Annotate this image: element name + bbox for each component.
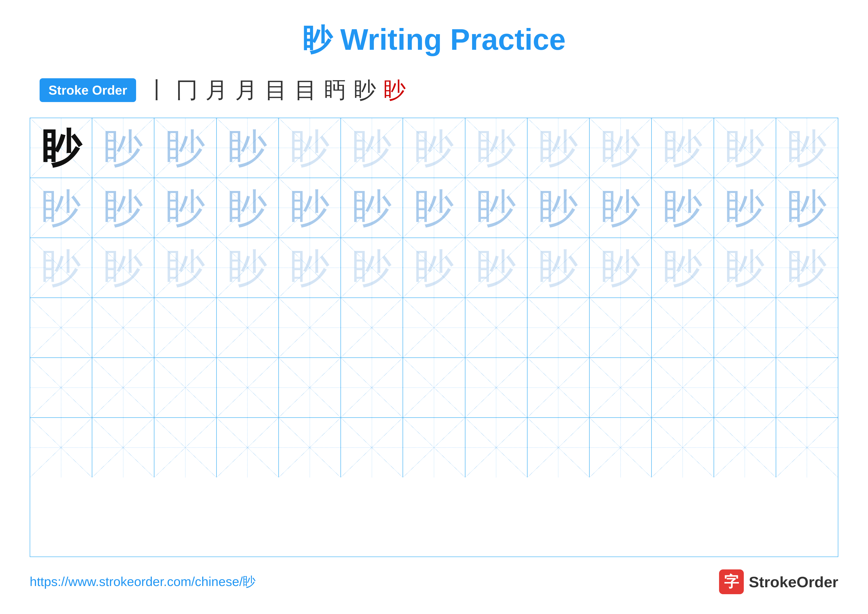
grid-cell-3-3[interactable] xyxy=(217,298,279,358)
stroke-sequence: 丨冂月月目目眄眇眇 xyxy=(146,75,406,105)
char-glyph-1-12: 眇 xyxy=(787,188,827,228)
grid-cell-0-1[interactable]: 眇 xyxy=(92,118,154,177)
grid-cell-3-2[interactable] xyxy=(154,298,217,358)
grid-cell-2-3[interactable]: 眇 xyxy=(217,238,279,297)
grid-cell-1-10[interactable]: 眇 xyxy=(652,178,714,238)
grid-cell-1-9[interactable]: 眇 xyxy=(590,178,652,238)
grid-cell-0-9[interactable]: 眇 xyxy=(590,118,652,177)
grid-cell-2-10[interactable]: 眇 xyxy=(652,238,714,297)
cell-diag xyxy=(154,418,216,477)
grid-cell-0-11[interactable]: 眇 xyxy=(714,118,776,177)
cell-diag xyxy=(652,358,713,417)
grid-cell-4-2[interactable] xyxy=(154,358,217,417)
grid-cell-4-5[interactable] xyxy=(341,358,403,417)
grid-cell-1-7[interactable]: 眇 xyxy=(465,178,527,238)
grid-cell-4-8[interactable] xyxy=(527,358,590,417)
cell-diag xyxy=(154,298,216,358)
grid-cell-3-8[interactable] xyxy=(527,298,590,358)
grid-cell-3-1[interactable] xyxy=(92,298,154,358)
char-glyph-1-11: 眇 xyxy=(725,188,764,228)
grid-cell-5-6[interactable] xyxy=(403,418,465,477)
char-glyph-2-8: 眇 xyxy=(538,248,578,288)
grid-cell-5-5[interactable] xyxy=(341,418,403,477)
stroke-seq-item-0: 丨 xyxy=(146,75,168,105)
grid-cell-0-7[interactable]: 眇 xyxy=(465,118,527,177)
footer-url: https://www.strokeorder.com/chinese/眇 xyxy=(30,573,256,591)
grid-cell-3-7[interactable] xyxy=(465,298,527,358)
cell-diag xyxy=(527,418,589,477)
grid-cell-1-12[interactable]: 眇 xyxy=(776,178,838,238)
grid-cell-4-6[interactable] xyxy=(403,358,465,417)
grid-cell-5-0[interactable] xyxy=(30,418,92,477)
grid-cell-5-2[interactable] xyxy=(154,418,217,477)
grid-cell-3-9[interactable] xyxy=(590,298,652,358)
grid-cell-4-11[interactable] xyxy=(714,358,776,417)
grid-row-1: 眇眇眇眇眇眇眇眇眇眇眇眇眇 xyxy=(30,178,838,238)
char-glyph-1-0: 眇 xyxy=(41,188,81,228)
grid-cell-2-11[interactable]: 眇 xyxy=(714,238,776,297)
cell-diag xyxy=(92,418,154,477)
char-glyph-0-7: 眇 xyxy=(476,128,516,168)
grid-cell-4-4[interactable] xyxy=(279,358,341,417)
grid-cell-3-4[interactable] xyxy=(279,298,341,358)
grid-cell-0-0[interactable]: 眇 xyxy=(30,118,92,177)
grid-cell-2-8[interactable]: 眇 xyxy=(527,238,590,297)
grid-cell-4-3[interactable] xyxy=(217,358,279,417)
grid-cell-1-2[interactable]: 眇 xyxy=(154,178,217,238)
grid-cell-1-0[interactable]: 眇 xyxy=(30,178,92,238)
grid-cell-2-12[interactable]: 眇 xyxy=(776,238,838,297)
grid-row-2: 眇眇眇眇眇眇眇眇眇眇眇眇眇 xyxy=(30,238,838,298)
grid-cell-3-5[interactable] xyxy=(341,298,403,358)
grid-cell-3-0[interactable] xyxy=(30,298,92,358)
grid-cell-4-0[interactable] xyxy=(30,358,92,417)
grid-cell-5-3[interactable] xyxy=(217,418,279,477)
grid-row-0: 眇眇眇眇眇眇眇眇眇眇眇眇眇 xyxy=(30,118,838,178)
cell-diag xyxy=(279,298,341,358)
grid-cell-5-12[interactable] xyxy=(776,418,838,477)
grid-cell-3-6[interactable] xyxy=(403,298,465,358)
grid-cell-0-10[interactable]: 眇 xyxy=(652,118,714,177)
grid-cell-3-10[interactable] xyxy=(652,298,714,358)
grid-cell-2-1[interactable]: 眇 xyxy=(92,238,154,297)
grid-cell-0-2[interactable]: 眇 xyxy=(154,118,217,177)
grid-cell-2-5[interactable]: 眇 xyxy=(341,238,403,297)
char-glyph-0-11: 眇 xyxy=(725,128,764,168)
grid-cell-2-6[interactable]: 眇 xyxy=(403,238,465,297)
grid-cell-1-3[interactable]: 眇 xyxy=(217,178,279,238)
char-glyph-1-5: 眇 xyxy=(352,188,392,228)
grid-cell-0-6[interactable]: 眇 xyxy=(403,118,465,177)
grid-cell-4-10[interactable] xyxy=(652,358,714,417)
grid-cell-2-4[interactable]: 眇 xyxy=(279,238,341,297)
grid-cell-3-11[interactable] xyxy=(714,298,776,358)
grid-cell-1-11[interactable]: 眇 xyxy=(714,178,776,238)
grid-cell-2-2[interactable]: 眇 xyxy=(154,238,217,297)
grid-cell-5-7[interactable] xyxy=(465,418,527,477)
grid-cell-1-5[interactable]: 眇 xyxy=(341,178,403,238)
grid-cell-4-9[interactable] xyxy=(590,358,652,417)
cell-diag xyxy=(527,298,589,358)
grid-cell-0-3[interactable]: 眇 xyxy=(217,118,279,177)
grid-cell-1-1[interactable]: 眇 xyxy=(92,178,154,238)
grid-cell-1-4[interactable]: 眇 xyxy=(279,178,341,238)
grid-cell-0-5[interactable]: 眇 xyxy=(341,118,403,177)
cell-diag xyxy=(465,298,527,358)
grid-cell-4-7[interactable] xyxy=(465,358,527,417)
grid-cell-2-7[interactable]: 眇 xyxy=(465,238,527,297)
grid-cell-4-12[interactable] xyxy=(776,358,838,417)
grid-cell-5-11[interactable] xyxy=(714,418,776,477)
cell-diag xyxy=(217,418,278,477)
grid-cell-0-12[interactable]: 眇 xyxy=(776,118,838,177)
grid-cell-3-12[interactable] xyxy=(776,298,838,358)
grid-cell-5-8[interactable] xyxy=(527,418,590,477)
grid-cell-1-8[interactable]: 眇 xyxy=(527,178,590,238)
grid-cell-5-1[interactable] xyxy=(92,418,154,477)
grid-cell-4-1[interactable] xyxy=(92,358,154,417)
grid-cell-5-9[interactable] xyxy=(590,418,652,477)
grid-cell-2-9[interactable]: 眇 xyxy=(590,238,652,297)
grid-cell-0-4[interactable]: 眇 xyxy=(279,118,341,177)
grid-cell-0-8[interactable]: 眇 xyxy=(527,118,590,177)
grid-cell-5-4[interactable] xyxy=(279,418,341,477)
grid-cell-2-0[interactable]: 眇 xyxy=(30,238,92,297)
grid-cell-5-10[interactable] xyxy=(652,418,714,477)
grid-cell-1-6[interactable]: 眇 xyxy=(403,178,465,238)
